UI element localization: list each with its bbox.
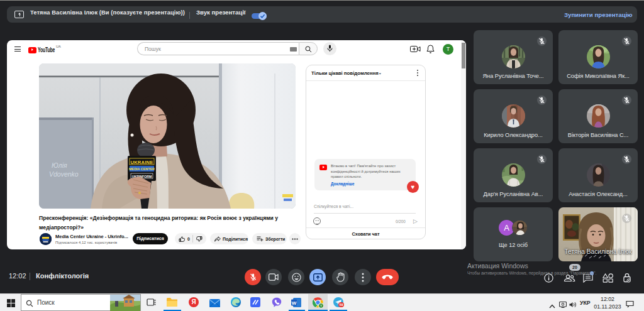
svg-text:Vdovenko: Vdovenko: [49, 170, 79, 178]
svg-text:W: W: [292, 300, 297, 305]
svg-text:UKRAINE: UKRAINE: [131, 160, 153, 165]
svg-text:Юлія: Юлія: [52, 161, 67, 169]
svg-text:UKRINFORM: UKRINFORM: [132, 175, 152, 178]
svg-text:MEDIA CENTER: MEDIA CENTER: [129, 167, 155, 171]
